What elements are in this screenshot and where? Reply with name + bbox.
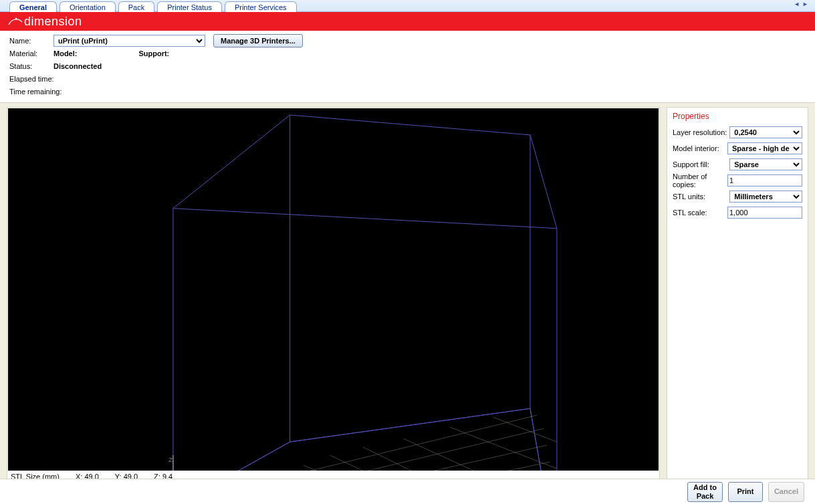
label-material: Material:	[9, 49, 53, 57]
label-status: Status:	[9, 62, 53, 70]
label-model-interior: Model interior:	[673, 144, 727, 152]
row-status: Status: Disconnected	[9, 60, 806, 72]
info-strip: Name: uPrint (uPrint) Manage 3D Printers…	[0, 31, 815, 103]
cancel-button: Cancel	[768, 482, 804, 502]
svg-marker-1	[290, 115, 530, 442]
brand-name: dimension	[24, 15, 82, 29]
svg-line-3	[173, 115, 290, 209]
svg-line-7	[173, 209, 557, 229]
tab-general[interactable]: General	[9, 1, 57, 12]
input-num-copies[interactable]	[727, 174, 802, 186]
prop-model-interior: Model interior: Sparse - high density	[673, 141, 802, 156]
prop-support-fill: Support fill: Sparse	[673, 157, 802, 172]
bottom-button-bar: Add toPack Print Cancel	[0, 479, 815, 504]
svg-line-24	[304, 465, 537, 471]
label-name: Name:	[9, 37, 53, 45]
svg-line-9	[173, 442, 290, 471]
svg-line-14	[263, 462, 550, 471]
svg-marker-8	[173, 408, 557, 471]
svg-line-28	[450, 427, 557, 469]
label-support-fill: Support fill:	[673, 160, 729, 168]
svg-line-10	[530, 408, 557, 471]
axis-z-label: Z	[168, 456, 172, 463]
label-stl-units: STL units:	[673, 193, 729, 201]
prop-stl-units: STL units: Millimeters	[673, 189, 802, 204]
select-stl-units[interactable]: Millimeters	[729, 191, 802, 203]
manage-printers-button[interactable]: Manage 3D Printers...	[213, 34, 303, 47]
svg-line-27	[403, 438, 557, 471]
prop-layer-resolution: Layer resolution: 0,2540	[673, 125, 802, 140]
svg-line-4	[530, 135, 557, 229]
tab-bar: General Orientation Pack Printer Status …	[0, 0, 815, 12]
viewport-3d[interactable]: Z X	[8, 108, 659, 471]
viewport-column: Z X	[7, 107, 660, 484]
tab-printer-services[interactable]: Printer Services	[225, 1, 297, 12]
add-to-pack-button[interactable]: Add toPack	[687, 482, 723, 502]
printer-select[interactable]: uPrint (uPrint)	[53, 35, 205, 47]
svg-line-12	[210, 428, 544, 471]
select-model-interior[interactable]: Sparse - high density	[727, 142, 802, 154]
axis-gizmo	[173, 455, 227, 471]
brand-swoosh-icon	[8, 17, 23, 26]
prop-num-copies: Number of copies:	[673, 173, 802, 188]
svg-point-0	[15, 18, 17, 20]
row-material: Material: Model: Support:	[9, 47, 806, 59]
tab-prev-icon[interactable]: ◄	[794, 1, 800, 7]
svg-line-13	[237, 445, 547, 471]
tab-orientation[interactable]: Orientation	[60, 1, 116, 12]
input-stl-scale[interactable]	[727, 207, 802, 219]
prop-stl-scale: STL scale:	[673, 205, 802, 220]
value-support: Support:	[138, 49, 169, 57]
row-remaining: Time remaining:	[9, 86, 806, 98]
select-layer-resolution[interactable]: 0,2540	[729, 126, 802, 138]
build-volume-graphic: Z X	[8, 108, 659, 471]
label-layer-resolution: Layer resolution:	[673, 128, 729, 136]
tab-nav-arrows: ◄ ►	[794, 1, 808, 7]
value-model: Model:	[53, 49, 77, 57]
row-name: Name: uPrint (uPrint) Manage 3D Printers…	[9, 35, 806, 47]
row-elapsed: Elapsed time:	[9, 73, 806, 85]
tab-printer-status[interactable]: Printer Status	[157, 1, 222, 12]
select-support-fill[interactable]: Sparse	[729, 158, 802, 170]
value-status: Disconnected	[53, 62, 102, 70]
label-elapsed: Elapsed time:	[9, 75, 54, 83]
tab-next-icon[interactable]: ►	[802, 1, 808, 7]
print-button[interactable]: Print	[728, 482, 763, 502]
work-area: Z X	[0, 103, 815, 484]
properties-panel: Properties Layer resolution: 0,2540 Mode…	[667, 107, 808, 484]
label-stl-scale: STL scale:	[673, 209, 727, 217]
label-num-copies: Number of copies:	[673, 172, 727, 188]
label-remaining: Time remaining:	[9, 88, 62, 96]
properties-title: Properties	[673, 112, 802, 121]
tab-pack[interactable]: Pack	[118, 1, 154, 12]
brand-bar: dimension	[0, 12, 815, 31]
